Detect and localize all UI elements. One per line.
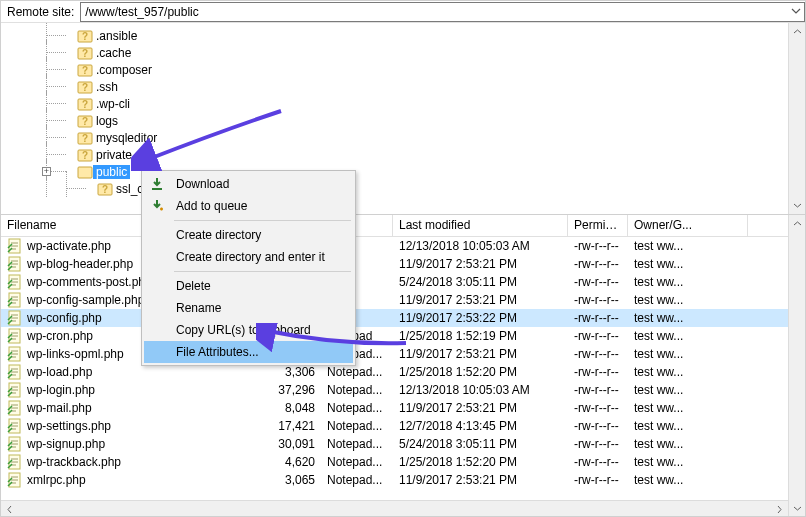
scroll-down-icon[interactable]: [789, 500, 805, 517]
tree-item-label: mysqleditor: [93, 131, 160, 145]
file-row[interactable]: wp-config.phpad...11/9/2017 2:53:22 PM-r…: [1, 309, 788, 327]
tree-item[interactable]: ?.composer: [1, 61, 788, 78]
file-date: 11/9/2017 2:53:21 PM: [393, 473, 568, 487]
menu-label: Delete: [176, 279, 211, 293]
col-permissions[interactable]: Permissi...: [568, 215, 628, 236]
file-perm: -rw-r--r--: [568, 329, 628, 343]
file-owner: test ww...: [628, 293, 748, 307]
filelist-scrollbar-h[interactable]: [1, 500, 788, 517]
php-file-icon: [7, 418, 23, 434]
tree-item-public[interactable]: +public: [1, 163, 788, 180]
expand-icon[interactable]: +: [42, 167, 51, 176]
file-date: 5/24/2018 3:05:11 PM: [393, 275, 568, 289]
tree-item[interactable]: ?.wp-cli: [1, 95, 788, 112]
php-file-icon: [7, 256, 23, 272]
scroll-right-icon[interactable]: [771, 501, 788, 517]
tree-item[interactable]: ?.ansible: [1, 27, 788, 44]
file-name: wp-activate.php: [27, 239, 111, 253]
menu-file-attributes[interactable]: File Attributes...: [144, 341, 353, 363]
file-list-header: Filename e Last modified Permissi... Own…: [1, 215, 788, 237]
file-perm: -rw-r--r--: [568, 257, 628, 271]
menu-label: Rename: [176, 301, 221, 315]
file-name: wp-login.php: [27, 383, 95, 397]
file-row[interactable]: wp-activate.phpad...12/13/2018 10:05:03 …: [1, 237, 788, 255]
tree-item[interactable]: ?ssl_certi: [1, 180, 788, 197]
col-owner[interactable]: Owner/G...: [628, 215, 748, 236]
file-row[interactable]: wp-links-opml.php2,422Notepad...11/9/201…: [1, 345, 788, 363]
svg-text:?: ?: [82, 31, 88, 42]
file-owner: test ww...: [628, 275, 748, 289]
menu-create-directory[interactable]: Create directory: [144, 224, 353, 246]
file-row[interactable]: wp-signup.php30,091Notepad...5/24/2018 3…: [1, 435, 788, 453]
tree-item[interactable]: ?private: [1, 146, 788, 163]
file-row[interactable]: wp-config-sample.phpad...11/9/2017 2:53:…: [1, 291, 788, 309]
tree-scrollbar[interactable]: [788, 23, 805, 214]
svg-text:?: ?: [82, 116, 88, 127]
tree-item[interactable]: ?mysqleditor: [1, 129, 788, 146]
svg-text:?: ?: [82, 150, 88, 161]
scroll-up-icon[interactable]: [789, 23, 805, 40]
remote-tree: ?.ansible ?.cache ?.composer ?.ssh ?.wp-…: [1, 23, 788, 214]
queue-add-icon: [148, 197, 166, 215]
menu-delete[interactable]: Delete: [144, 275, 353, 297]
tree-item[interactable]: ?.ssh: [1, 78, 788, 95]
file-row[interactable]: wp-load.php3,306Notepad...1/25/2018 1:52…: [1, 363, 788, 381]
folder-unknown-icon: ?: [97, 181, 113, 197]
file-type: Notepad...: [321, 473, 393, 487]
file-perm: -rw-r--r--: [568, 455, 628, 469]
file-date: 12/13/2018 10:05:03 AM: [393, 239, 568, 253]
file-row[interactable]: wp-comments-post.phad...5/24/2018 3:05:1…: [1, 273, 788, 291]
svg-text:?: ?: [82, 65, 88, 76]
folder-unknown-icon: ?: [77, 147, 93, 163]
file-size: 8,048: [261, 401, 321, 415]
scroll-up-icon[interactable]: [789, 215, 805, 232]
menu-copy-urls[interactable]: Copy URL(s) to clipboard: [144, 319, 353, 341]
menu-label: Create directory and enter it: [176, 250, 325, 264]
address-bar: Remote site:: [1, 1, 805, 23]
menu-label: Create directory: [176, 228, 261, 242]
folder-unknown-icon: ?: [77, 113, 93, 129]
menu-create-directory-enter[interactable]: Create directory and enter it: [144, 246, 353, 268]
file-row[interactable]: wp-login.php37,296Notepad...12/13/2018 1…: [1, 381, 788, 399]
file-date: 12/7/2018 4:13:45 PM: [393, 419, 568, 433]
menu-add-to-queue[interactable]: Add to queue: [144, 195, 353, 217]
col-lastmodified[interactable]: Last modified: [393, 215, 568, 236]
address-label: Remote site:: [1, 5, 80, 19]
folder-unknown-icon: ?: [77, 130, 93, 146]
folder-unknown-icon: ?: [77, 96, 93, 112]
context-menu: Download Add to queue Create directory C…: [141, 170, 356, 366]
address-input-wrap: [80, 2, 805, 22]
menu-rename[interactable]: Rename: [144, 297, 353, 319]
menu-download[interactable]: Download: [144, 173, 353, 195]
tree-item-label: .composer: [93, 63, 155, 77]
file-row[interactable]: wp-cron.php3,669Notepad1/25/2018 1:52:19…: [1, 327, 788, 345]
file-owner: test ww...: [628, 473, 748, 487]
tree-item[interactable]: ?.cache: [1, 44, 788, 61]
folder-unknown-icon: ?: [77, 62, 93, 78]
file-row[interactable]: xmlrpc.php3,065Notepad...11/9/2017 2:53:…: [1, 471, 788, 489]
filelist-scrollbar-v[interactable]: [788, 215, 805, 517]
tree-item[interactable]: ?logs: [1, 112, 788, 129]
svg-text:?: ?: [82, 48, 88, 59]
file-date: 11/9/2017 2:53:22 PM: [393, 311, 568, 325]
scroll-left-icon[interactable]: [1, 501, 18, 517]
remote-tree-pane: ?.ansible ?.cache ?.composer ?.ssh ?.wp-…: [1, 23, 805, 215]
php-file-icon: [7, 346, 23, 362]
file-owner: test ww...: [628, 257, 748, 271]
file-perm: -rw-r--r--: [568, 365, 628, 379]
file-row[interactable]: wp-blog-header.phpad...11/9/2017 2:53:21…: [1, 255, 788, 273]
scroll-down-icon[interactable]: [789, 197, 805, 214]
svg-text:?: ?: [82, 99, 88, 110]
svg-rect-16: [78, 167, 92, 178]
file-row[interactable]: wp-trackback.php4,620Notepad...1/25/2018…: [1, 453, 788, 471]
tree-item-label: public: [93, 165, 130, 179]
file-type: Notepad...: [321, 365, 393, 379]
file-row[interactable]: wp-settings.php17,421Notepad...12/7/2018…: [1, 417, 788, 435]
menu-separator: [174, 271, 351, 272]
file-perm: -rw-r--r--: [568, 437, 628, 451]
file-date: 11/9/2017 2:53:21 PM: [393, 347, 568, 361]
file-owner: test ww...: [628, 383, 748, 397]
address-input[interactable]: [80, 2, 805, 22]
menu-separator: [174, 220, 351, 221]
file-row[interactable]: wp-mail.php8,048Notepad...11/9/2017 2:53…: [1, 399, 788, 417]
